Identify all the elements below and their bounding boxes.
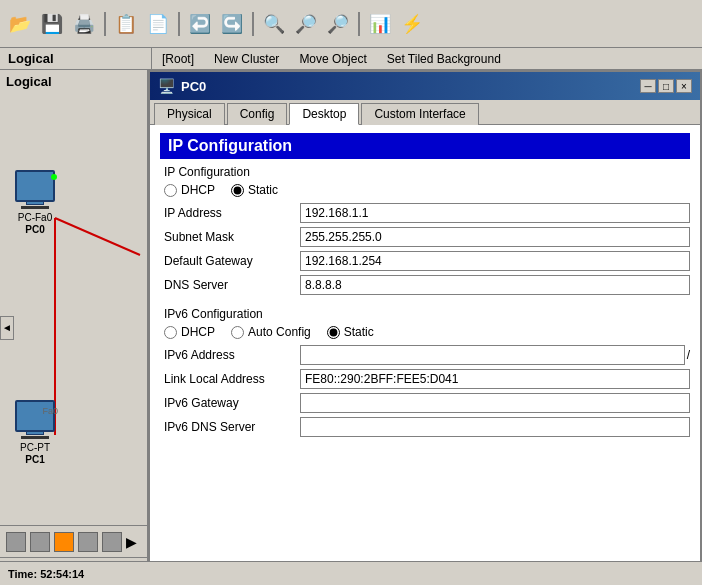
sidebar-icon-4[interactable] <box>78 532 98 552</box>
ipv6-dns-label: IPv6 DNS Server <box>160 420 300 434</box>
tab-desktop[interactable]: Desktop <box>289 103 359 125</box>
pc0-sublabel: PC-Fa0 <box>18 212 52 224</box>
undo-icon[interactable]: ↩️ <box>186 10 214 38</box>
ipv6-dns-input[interactable] <box>300 417 690 437</box>
ipv4-radio-row: DHCP Static <box>160 183 690 197</box>
menubar-items: [Root] New Cluster Move Object Set Tiled… <box>152 48 698 69</box>
ipv6-gateway-row: IPv6 Gateway <box>160 393 690 413</box>
pc0-status-dot <box>51 174 57 180</box>
toolbar-separator-3 <box>252 12 254 36</box>
chart-icon[interactable]: 📊 <box>366 10 394 38</box>
print-icon[interactable]: 🖨️ <box>70 10 98 38</box>
sidebar: Logical PC-Fa0 PC0 <box>0 70 148 585</box>
ipv6-gateway-label: IPv6 Gateway <box>160 396 300 410</box>
menubar-new-cluster[interactable]: New Cluster <box>204 48 289 69</box>
maximize-button[interactable]: □ <box>658 79 674 93</box>
status-time: Time: 52:54:14 <box>8 568 84 580</box>
ipv6-auto-radio[interactable] <box>231 326 244 339</box>
ip-address-label: IP Address <box>160 206 300 220</box>
minimize-button[interactable]: ─ <box>640 79 656 93</box>
ipv6-static-radio[interactable] <box>327 326 340 339</box>
ipv4-section-title: IP Configuration <box>160 165 690 179</box>
sidebar-icon-chevron[interactable]: ▶ <box>126 534 137 550</box>
link-local-input[interactable] <box>300 369 690 389</box>
toolbar-separator-2 <box>178 12 180 36</box>
ipv6-address-input[interactable] <box>300 345 685 365</box>
default-gateway-label: Default Gateway <box>160 254 300 268</box>
sidebar-icon-1[interactable] <box>6 532 26 552</box>
ipv6-auto-radio-label[interactable]: Auto Config <box>231 325 311 339</box>
connections-canvas <box>0 70 148 585</box>
static-label: Static <box>248 183 278 197</box>
section-divider <box>160 299 690 307</box>
ipv6-static-label: Static <box>344 325 374 339</box>
ipv6-dhcp-label: DHCP <box>181 325 215 339</box>
close-button[interactable]: × <box>676 79 692 93</box>
svg-line-1 <box>55 218 140 255</box>
zoom-in-icon[interactable]: 🔍 <box>260 10 288 38</box>
ipv6-static-radio-label[interactable]: Static <box>327 325 374 339</box>
dialog-titlebar: 🖥️ PC0 ─ □ × <box>150 72 700 100</box>
toolbar-separator-4 <box>358 12 360 36</box>
dialog-controls: ─ □ × <box>640 79 692 93</box>
static-radio-label[interactable]: Static <box>231 183 278 197</box>
dialog-title: 🖥️ PC0 <box>158 78 206 94</box>
sidebar-label: Logical <box>6 74 52 89</box>
default-gateway-row: Default Gateway <box>160 251 690 271</box>
sidebar-node-pc0[interactable]: PC-Fa0 PC0 <box>15 170 55 236</box>
dhcp-radio[interactable] <box>164 184 177 197</box>
link-local-row: Link Local Address <box>160 369 690 389</box>
sidebar-icon-5[interactable] <box>102 532 122 552</box>
tab-physical[interactable]: Physical <box>154 103 225 125</box>
dialog-title-icon: 🖥️ <box>158 78 175 94</box>
ip-config-header: IP Configuration <box>160 133 690 159</box>
sidebar-icon-3[interactable] <box>54 532 74 552</box>
save-icon[interactable]: 💾 <box>38 10 66 38</box>
ipv6-dhcp-radio-label[interactable]: DHCP <box>164 325 215 339</box>
menubar: Logical [Root] New Cluster Move Object S… <box>0 48 702 70</box>
sidebar-node-pc1[interactable]: Fa0 PC-PT PC1 <box>15 400 55 466</box>
tab-bar: Physical Config Desktop Custom Interface <box>150 100 700 125</box>
dns-server-label: DNS Server <box>160 278 300 292</box>
sidebar-icon-2[interactable] <box>30 532 50 552</box>
toolbar-separator-1 <box>104 12 106 36</box>
ipv6-section-title: IPv6 Configuration <box>160 307 690 321</box>
redo-icon[interactable]: ↪️ <box>218 10 246 38</box>
ipv6-address-row: IPv6 Address / <box>160 345 690 365</box>
open-folder-icon[interactable]: 📂 <box>6 10 34 38</box>
toolbar: 📂 💾 🖨️ 📋 📄 ↩️ ↪️ 🔍 🔎 🔎 📊 ⚡ <box>0 0 702 48</box>
zoom-fit-icon[interactable]: 🔎 <box>324 10 352 38</box>
dialog-area: 🖥️ PC0 ─ □ × Physical Config Deskto <box>148 70 702 585</box>
link-local-label: Link Local Address <box>160 372 300 386</box>
ipv6-gateway-input[interactable] <box>300 393 690 413</box>
dhcp-radio-label[interactable]: DHCP <box>164 183 215 197</box>
tab-custom-interface[interactable]: Custom Interface <box>361 103 478 125</box>
sidebar-scroll-left[interactable]: ◄ <box>0 316 14 340</box>
dialog-content: IP Configuration IP Configuration DHCP S… <box>150 125 700 583</box>
tab-config[interactable]: Config <box>227 103 288 125</box>
subnet-mask-input[interactable] <box>300 227 690 247</box>
zoom-out-icon[interactable]: 🔎 <box>292 10 320 38</box>
static-radio[interactable] <box>231 184 244 197</box>
dns-server-row: DNS Server <box>160 275 690 295</box>
status-bar: Time: 52:54:14 <box>0 561 702 585</box>
ipv6-dhcp-radio[interactable] <box>164 326 177 339</box>
subnet-mask-row: Subnet Mask <box>160 227 690 247</box>
paste-icon[interactable]: 📄 <box>144 10 172 38</box>
dns-server-input[interactable] <box>300 275 690 295</box>
menubar-root[interactable]: [Root] <box>152 48 204 69</box>
ip-address-input[interactable] <box>300 203 690 223</box>
ipv6-radio-row: DHCP Auto Config Static <box>160 325 690 339</box>
menubar-move-object[interactable]: Move Object <box>289 48 376 69</box>
network-icon[interactable]: ⚡ <box>398 10 426 38</box>
logical-label: Logical <box>4 48 152 69</box>
ipv6-slash: / <box>685 348 690 362</box>
menubar-set-background[interactable]: Set Tiled Background <box>377 48 511 69</box>
pc0-dialog: 🖥️ PC0 ─ □ × Physical Config Deskto <box>148 70 702 585</box>
subnet-mask-label: Subnet Mask <box>160 230 300 244</box>
default-gateway-input[interactable] <box>300 251 690 271</box>
ipv6-auto-label: Auto Config <box>248 325 311 339</box>
sidebar-icons-row: ▶ <box>0 526 147 557</box>
pc1-sublabel: PC-PT <box>20 442 50 454</box>
copy-icon[interactable]: 📋 <box>112 10 140 38</box>
